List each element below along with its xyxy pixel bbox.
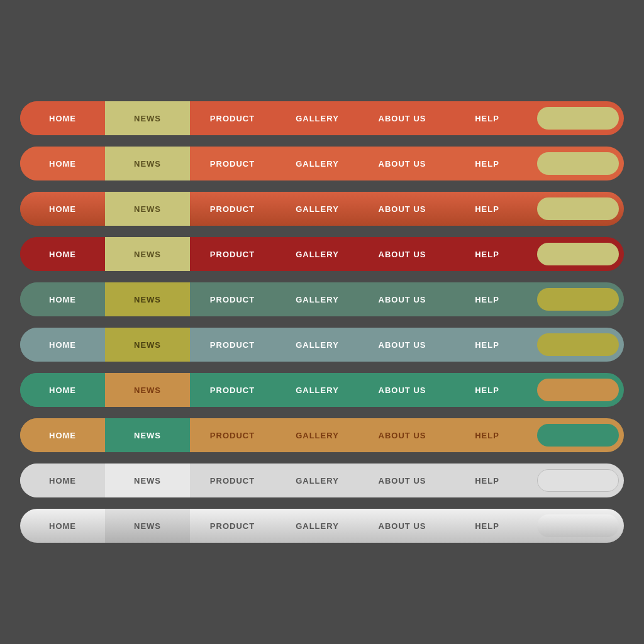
help-button[interactable]: HELP [445,509,530,543]
news-button[interactable]: NEWS [105,328,190,362]
nav-row-8: HOME NEWS PRODUCT GALLERY ABOUT US HELP [20,418,624,452]
aboutus-button[interactable]: ABOUT US [360,373,445,407]
help-button[interactable]: HELP [445,282,530,316]
nav-row-9: HOME NEWS PRODUCT GALLERY ABOUT US HELP [20,464,624,497]
nav-row-3: HOME NEWS PRODUCT GALLERY ABOUT US HELP [20,192,624,226]
aboutus-button[interactable]: ABOUT US [360,147,445,180]
product-button[interactable]: PRODUCT [190,464,275,497]
search-box[interactable] [537,514,619,537]
aboutus-button[interactable]: ABOUT US [360,101,445,135]
product-button[interactable]: PRODUCT [190,282,275,316]
nav-row-1: HOME NEWS PRODUCT GALLERY ABOUT US HELP [20,101,624,135]
product-button[interactable]: PRODUCT [190,237,275,271]
nav-row-6: HOME NEWS PRODUCT GALLERY ABOUT US HELP [20,328,624,362]
news-button[interactable]: NEWS [105,192,190,226]
search-box[interactable] [537,152,619,175]
news-button[interactable]: NEWS [105,147,190,180]
gallery-button[interactable]: GALLERY [275,282,360,316]
home-button[interactable]: HOME [20,418,105,452]
nav-row-10: HOME NEWS PRODUCT GALLERY ABOUT US HELP [20,509,624,543]
gallery-button[interactable]: GALLERY [275,192,360,226]
search-box[interactable] [537,288,619,311]
aboutus-button[interactable]: ABOUT US [360,192,445,226]
help-button[interactable]: HELP [445,101,530,135]
news-button[interactable]: NEWS [105,237,190,271]
aboutus-button[interactable]: ABOUT US [360,237,445,271]
home-button[interactable]: HOME [20,237,105,271]
product-button[interactable]: PRODUCT [190,328,275,362]
aboutus-button[interactable]: ABOUT US [360,509,445,543]
home-button[interactable]: HOME [20,192,105,226]
gallery-button[interactable]: GALLERY [275,418,360,452]
product-button[interactable]: PRODUCT [190,509,275,543]
home-button[interactable]: HOME [20,101,105,135]
news-button[interactable]: NEWS [105,373,190,407]
home-button[interactable]: HOME [20,147,105,180]
nav-row-2: HOME NEWS PRODUCT GALLERY ABOUT US HELP [20,147,624,180]
gallery-button[interactable]: GALLERY [275,101,360,135]
gallery-button[interactable]: GALLERY [275,464,360,497]
help-button[interactable]: HELP [445,237,530,271]
news-button[interactable]: NEWS [105,418,190,452]
home-button[interactable]: HOME [20,464,105,497]
search-box[interactable] [537,197,619,220]
gallery-button[interactable]: GALLERY [275,328,360,362]
help-button[interactable]: HELP [445,464,530,497]
nav-row-7: HOME NEWS PRODUCT GALLERY ABOUT US HELP [20,373,624,407]
news-button[interactable]: NEWS [105,282,190,316]
home-button[interactable]: HOME [20,509,105,543]
search-box[interactable] [537,107,619,130]
search-box[interactable] [537,243,619,265]
search-box[interactable] [537,379,619,401]
gallery-button[interactable]: GALLERY [275,237,360,271]
search-box[interactable] [537,424,619,447]
product-button[interactable]: PRODUCT [190,418,275,452]
gallery-button[interactable]: GALLERY [275,147,360,180]
aboutus-button[interactable]: ABOUT US [360,282,445,316]
search-box[interactable] [537,333,619,356]
search-box[interactable] [537,469,619,492]
news-button[interactable]: NEWS [105,101,190,135]
help-button[interactable]: HELP [445,328,530,362]
home-button[interactable]: HOME [20,373,105,407]
help-button[interactable]: HELP [445,418,530,452]
help-button[interactable]: HELP [445,192,530,226]
aboutus-button[interactable]: ABOUT US [360,464,445,497]
home-button[interactable]: HOME [20,282,105,316]
product-button[interactable]: PRODUCT [190,101,275,135]
nav-row-5: HOME NEWS PRODUCT GALLERY ABOUT US HELP [20,282,624,316]
aboutus-button[interactable]: ABOUT US [360,418,445,452]
help-button[interactable]: HELP [445,147,530,180]
home-button[interactable]: HOME [20,328,105,362]
aboutus-button[interactable]: ABOUT US [360,328,445,362]
gallery-button[interactable]: GALLERY [275,509,360,543]
product-button[interactable]: PRODUCT [190,192,275,226]
product-button[interactable]: PRODUCT [190,147,275,180]
news-button[interactable]: NEWS [105,509,190,543]
product-button[interactable]: PRODUCT [190,373,275,407]
news-button[interactable]: NEWS [105,464,190,497]
gallery-button[interactable]: GALLERY [275,373,360,407]
help-button[interactable]: HELP [445,373,530,407]
nav-row-4: HOME NEWS PRODUCT GALLERY ABOUT US HELP [20,237,624,271]
